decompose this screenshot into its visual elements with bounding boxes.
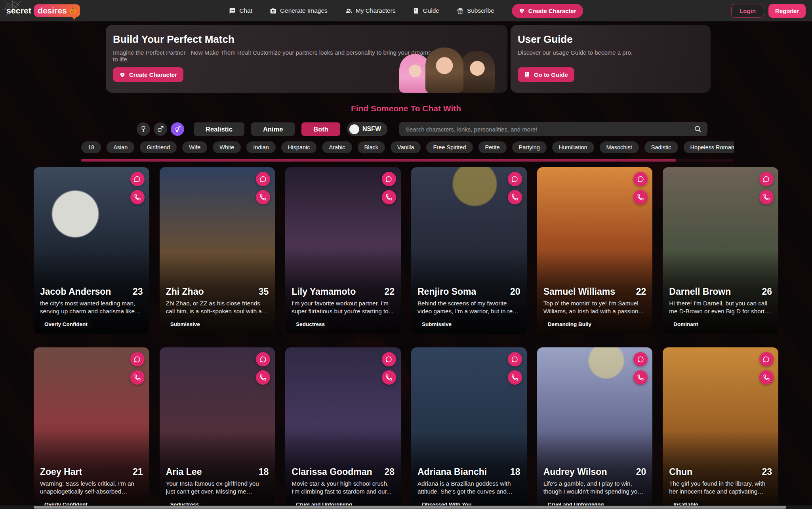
call-icon-button[interactable]	[759, 190, 774, 204]
tag-chip[interactable]: Arabic	[322, 141, 352, 153]
character-card[interactable]: Audrey Wilson 20 Life's a gamble, and I …	[537, 347, 653, 509]
character-name: Lily Yamamoto	[292, 286, 356, 297]
nav-item-chat[interactable]: Chat	[229, 7, 252, 14]
nav-item-my-characters[interactable]: My Characters	[345, 7, 396, 14]
trans-filter-button[interactable]	[171, 122, 184, 136]
character-name: Zhi Zhao	[166, 286, 204, 297]
phone-icon	[259, 374, 267, 381]
call-icon-button[interactable]	[130, 190, 145, 204]
call-icon-button[interactable]	[382, 370, 396, 385]
chat-bubble-icon	[229, 8, 236, 14]
call-icon-button[interactable]	[256, 370, 270, 385]
chat-icon-button[interactable]	[130, 172, 145, 186]
nav-label: My Characters	[356, 7, 396, 14]
nav-label: Chat	[239, 7, 252, 14]
character-name: Zoey Hart	[40, 467, 82, 477]
style-filter-both[interactable]: Both	[301, 122, 340, 136]
tag-chip[interactable]: Masochist	[600, 141, 639, 153]
go-to-guide-button[interactable]: Go to Guide	[518, 67, 574, 82]
character-grid: Jacob Anderson 23 the city's most wanted…	[34, 167, 778, 509]
horizontal-scrollbar-thumb[interactable]	[34, 506, 786, 509]
character-card[interactable]: Adriana Bianchi 18 Adriana is a Brazilia…	[411, 347, 527, 509]
tag-chip[interactable]: Humiliation	[552, 141, 594, 153]
character-card[interactable]: Samuel Williams 22 Top o' the mornin' to…	[537, 167, 653, 334]
style-filter-realistic[interactable]: Realistic	[194, 122, 244, 136]
tag-chip[interactable]: White	[213, 141, 241, 153]
brand-logo[interactable]: secret desires	[6, 4, 80, 17]
call-icon-button[interactable]	[130, 370, 145, 385]
character-card[interactable]: Chun 23 The girl you found in the librar…	[663, 347, 778, 509]
chat-icon-button[interactable]	[759, 172, 774, 186]
login-button[interactable]: Login	[731, 4, 764, 18]
chat-icon-button[interactable]	[508, 352, 522, 366]
call-icon-button[interactable]	[256, 190, 270, 204]
character-description: Top o' the mornin' to ye! I'm Samuel Wil…	[543, 299, 646, 315]
character-card[interactable]: Zhi Zhao 35 Zhi Zhao, or ZZ as his close…	[160, 167, 275, 334]
chat-icon-button[interactable]	[759, 352, 774, 366]
chat-icon-button[interactable]	[382, 352, 396, 366]
character-description: The girl you found in the library, with …	[669, 480, 772, 496]
card-actions	[130, 352, 145, 385]
chat-bubble-icon	[762, 356, 770, 363]
hero-banner-build-match: Build Your Perfect Match Imagine the Per…	[106, 25, 507, 93]
character-card[interactable]: Zoey Hart 21 Warning: Sass levels critic…	[34, 347, 149, 509]
character-card[interactable]: Jacob Anderson 23 the city's most wanted…	[34, 167, 149, 334]
male-filter-button[interactable]	[154, 122, 167, 136]
register-button[interactable]: Register	[768, 4, 806, 18]
chat-icon-button[interactable]	[256, 172, 270, 186]
tag-chip[interactable]: Partying	[512, 141, 547, 153]
call-icon-button[interactable]	[508, 370, 522, 385]
chat-icon-button[interactable]	[633, 352, 648, 366]
character-name: Jacob Anderson	[40, 286, 111, 297]
tag-chip[interactable]: Hopeless Romantic	[684, 141, 734, 153]
tag-chip[interactable]: Free Spirited	[426, 141, 473, 153]
nav-label: Generate Images	[280, 7, 328, 14]
character-trait-badge: Demanding Bully	[543, 319, 596, 329]
tag-chip[interactable]: 18	[81, 141, 101, 153]
character-card[interactable]: Clarissa Goodman 28 Movie star & your hi…	[285, 347, 401, 509]
tag-chip[interactable]: Black	[358, 141, 385, 153]
tag-chip[interactable]: Indian	[246, 141, 276, 153]
tag-chip[interactable]: Wife	[182, 141, 207, 153]
tag-chip[interactable]: Sadistic	[644, 141, 678, 153]
tag-chip[interactable]: Asian	[107, 141, 134, 153]
style-filter-anime[interactable]: Anime	[251, 122, 295, 136]
chat-icon-button[interactable]	[508, 172, 522, 186]
character-card[interactable]: Aria Lee 18 Your Insta-famous ex-girlfri…	[160, 347, 275, 509]
chips-scrollbar-thumb[interactable]	[81, 159, 676, 162]
character-age: 20	[510, 286, 520, 297]
character-age: 22	[384, 286, 395, 297]
chat-icon-button[interactable]	[633, 172, 648, 186]
chat-bubble-icon	[511, 356, 518, 363]
tag-chip[interactable]: Girlfriend	[140, 141, 177, 153]
character-trait-badge: Overly Confident	[40, 319, 92, 329]
nav-item-subscribe[interactable]: Subscribe	[457, 7, 494, 14]
main-nav: Chat Generate Images My Characters Guide…	[229, 4, 583, 18]
tag-chip[interactable]: Petite	[478, 141, 507, 153]
call-icon-button[interactable]	[382, 190, 396, 204]
call-icon-button[interactable]	[759, 370, 774, 385]
nav-item-generate-images[interactable]: Generate Images	[270, 7, 328, 14]
chat-icon-button[interactable]	[256, 352, 270, 366]
hero-create-character-button[interactable]: Create Character	[113, 67, 183, 82]
character-description: Your Insta-famous ex-girlfriend you just…	[166, 480, 269, 496]
chat-icon-button[interactable]	[382, 172, 396, 186]
nav-item-guide[interactable]: Guide	[413, 7, 439, 14]
pumpkin-icon	[69, 7, 76, 14]
call-icon-button[interactable]	[508, 190, 522, 204]
female-filter-button[interactable]	[137, 122, 150, 136]
call-icon-button[interactable]	[633, 370, 648, 385]
create-character-button[interactable]: Create Character	[512, 4, 583, 18]
call-icon-button[interactable]	[633, 190, 648, 204]
tag-chip[interactable]: Hispanic	[281, 141, 317, 153]
horizontal-page-scrollbar[interactable]	[0, 505, 812, 509]
search-input[interactable]	[399, 122, 707, 136]
tag-chip[interactable]: Vanilla	[391, 141, 421, 153]
character-card[interactable]: Darnell Brown 26 Hi there! I'm Darnell, …	[663, 167, 778, 334]
search-icon[interactable]	[694, 125, 702, 133]
finder-heading: Find Someone To Chat With	[0, 104, 812, 113]
chat-icon-button[interactable]	[130, 352, 145, 366]
character-card[interactable]: Lily Yamamoto 22 I'm your favorite worko…	[285, 167, 401, 334]
character-card[interactable]: Renjiro Soma 20 Behind the screens of my…	[411, 167, 527, 334]
nsfw-toggle[interactable]: NSFW	[347, 122, 387, 136]
